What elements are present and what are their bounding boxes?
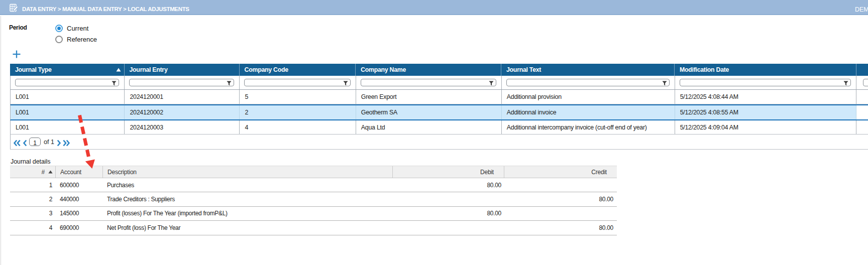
cell: 80.00 <box>504 221 617 234</box>
radio-reference[interactable] <box>55 36 63 43</box>
details-column-title: Debit <box>480 169 494 176</box>
grid-column-title: Modification Date <box>680 66 729 73</box>
period-option-reference[interactable]: Reference <box>55 35 97 43</box>
grid-column-header-company-name[interactable]: Company Name <box>356 64 501 76</box>
grid-column-title: Company Code <box>245 66 288 73</box>
period-option-current[interactable]: Current <box>55 24 88 32</box>
page-left-border <box>1 16 1 265</box>
cell-text: 5/12/2025 4:08:44 AM <box>680 93 738 100</box>
journal-row-3[interactable]: L00120241200034Aqua LtdAdditionnal inter… <box>10 120 868 135</box>
cell: Net Profit (loss) For The Year <box>103 221 393 234</box>
grid-column-header-journal-entry[interactable]: Journal Entry <box>125 64 240 76</box>
cell <box>393 192 504 206</box>
grid-column-title: Journal Text <box>506 66 541 73</box>
cell-text: Geotherm SA <box>361 109 397 116</box>
cell <box>504 207 617 220</box>
pager-previous-button[interactable] <box>21 135 29 149</box>
grid-column-title: Journal Type <box>15 66 52 73</box>
page-number-box <box>29 138 41 146</box>
cell-text: Green Export <box>361 93 397 100</box>
details-row-3[interactable]: 3145000Profit (losses) For The Year (imp… <box>10 207 617 221</box>
cell: 4 <box>240 120 356 134</box>
grid-column-header-company-code[interactable]: Company Code <box>240 64 356 76</box>
cell: 80.00 <box>393 207 504 220</box>
filter-cell-modification-date <box>675 76 856 89</box>
filter-cell-company-name <box>356 76 502 89</box>
cell-text: 4 <box>49 224 52 231</box>
cell: L001 <box>11 105 125 119</box>
sort-ascending-icon <box>48 170 53 174</box>
grid-column-header-journal-text[interactable]: Journal Text <box>501 64 675 76</box>
filter-funnel-icon[interactable] <box>227 81 232 86</box>
cell: Additionnal intercompany invoice (cut-of… <box>502 120 675 134</box>
cell: 2 <box>10 192 56 206</box>
cell-text: 2024120002 <box>130 109 163 116</box>
details-column-header-debit[interactable]: Debit <box>393 166 504 178</box>
page-number-input[interactable] <box>30 140 40 148</box>
pager-first-button[interactable] <box>13 135 21 149</box>
cell-text: 3 <box>49 210 52 217</box>
app-header: DATA ENTRY > MANUAL DATA ENTRY > LOCAL A… <box>0 0 868 15</box>
details-column-header-credit[interactable]: Credit <box>504 166 617 178</box>
pager-of-label: of 1 <box>44 139 54 146</box>
cell-text: L001 <box>16 109 29 116</box>
filter-input-modification-date[interactable] <box>683 79 840 86</box>
journal-row-2[interactable]: L00120241200022Geotherm SAAdditionnal in… <box>10 104 868 120</box>
journals-grid-body: L00120241200015Green ExportAdditionnal p… <box>10 90 868 135</box>
details-column-header-description[interactable]: Description <box>103 166 393 178</box>
filter-funnel-icon[interactable] <box>843 81 848 86</box>
cell-text: 440000 <box>60 196 79 203</box>
grid-pager: of 1 <box>10 135 868 150</box>
add-journal-button[interactable] <box>13 50 21 58</box>
filter-funnel-icon[interactable] <box>112 81 117 86</box>
cell-text: Aqua Ltd <box>361 124 385 131</box>
cell: 145000 <box>56 207 103 220</box>
journals-grid: Journal TypeJournal EntryCompany CodeCom… <box>10 64 868 150</box>
breadcrumb[interactable]: DATA ENTRY > MANUAL DATA ENTRY > LOCAL A… <box>22 6 189 12</box>
filter-funnel-icon[interactable] <box>343 81 348 86</box>
grid-column-title: Journal Entry <box>130 66 168 73</box>
chevron-right-icon <box>57 139 61 147</box>
grid-column-header-modification-date[interactable]: Modification Date <box>675 64 856 76</box>
grid-column-header-blank[interactable] <box>856 64 868 76</box>
filter-input-box-modification-date <box>680 79 851 86</box>
filter-funnel-icon[interactable] <box>662 81 667 86</box>
cell-text: 5 <box>245 93 248 100</box>
filter-cell-journal-type <box>11 76 125 89</box>
cell: Additionnal provision <box>502 90 675 104</box>
grid-column-header-journal-type[interactable]: Journal Type <box>10 64 125 76</box>
cell-text: 80.00 <box>599 196 613 203</box>
cell-text: Additionnal intercompany invoice (cut-of… <box>507 124 647 131</box>
filter-input-journal-type[interactable] <box>19 79 108 86</box>
cell-text: Net Profit (loss) For The Year <box>107 224 180 231</box>
details-row-4[interactable]: 4690000Net Profit (loss) For The Year80.… <box>10 221 617 235</box>
cell: 2024120003 <box>125 120 240 134</box>
filter-input-journal-entry[interactable] <box>133 79 224 86</box>
cell: 5/12/2025 4:08:44 AM <box>675 90 856 104</box>
double-chevron-right-icon <box>62 139 70 147</box>
details-column-title: Account <box>60 169 81 176</box>
cell: Additionnal invoice <box>502 105 675 119</box>
details-row-2[interactable]: 2440000Trade Creditors : Suppliers80.00 <box>10 192 617 206</box>
pager-next-button[interactable] <box>55 135 63 149</box>
cell: 440000 <box>56 192 103 206</box>
filter-input-company-name[interactable] <box>364 79 486 86</box>
details-row-1[interactable]: 1600000Purchases80.00 <box>10 178 617 192</box>
filter-funnel-icon[interactable] <box>489 81 494 86</box>
cell: 4 <box>10 221 56 234</box>
filter-input-company-code[interactable] <box>248 79 340 86</box>
details-column-header-blank[interactable]: # <box>10 166 56 178</box>
pager-last-button[interactable] <box>62 135 70 149</box>
cell: L001 <box>11 120 125 134</box>
cell: 80.00 <box>504 192 617 206</box>
journal-row-1[interactable]: L00120241200015Green ExportAdditionnal p… <box>10 90 868 104</box>
filter-input-box-journal-text <box>506 79 670 86</box>
details-column-header-account[interactable]: Account <box>56 166 103 178</box>
filter-input-journal-text[interactable] <box>510 79 659 86</box>
cell: 690000 <box>56 221 103 234</box>
cell-text: 2024120003 <box>130 124 163 131</box>
radio-current[interactable] <box>55 25 63 32</box>
cell-text: 80.00 <box>487 182 501 189</box>
cell-text: 2 <box>49 196 52 203</box>
cell-text: L001 <box>16 93 29 100</box>
